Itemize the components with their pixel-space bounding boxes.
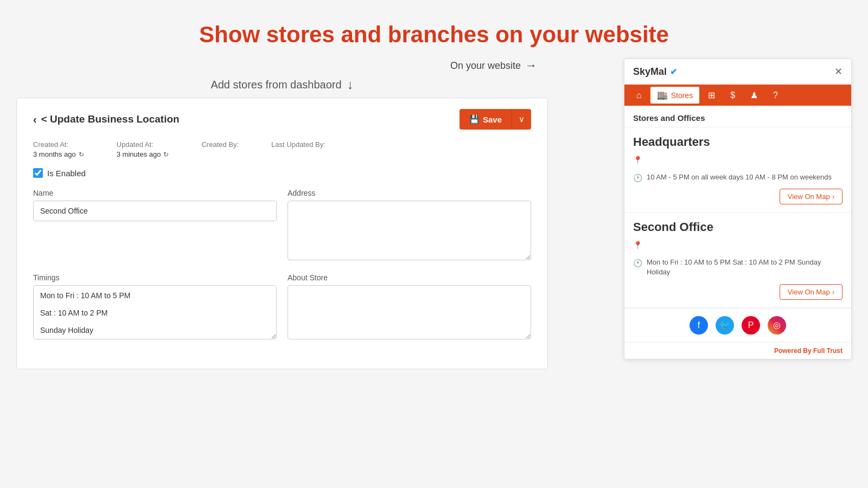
created-by-label: Created By: bbox=[201, 140, 239, 149]
created-at-value: 3 months ago bbox=[33, 150, 76, 158]
grid-icon: ⊞ bbox=[708, 90, 715, 100]
address-field-group: Address bbox=[288, 189, 531, 262]
last-updated-field: Last Updated By: bbox=[271, 140, 326, 158]
created-by-field: Created By: bbox=[201, 140, 239, 158]
stores-icon: 🏬 bbox=[657, 90, 668, 100]
location-card-headquarters: Headquarters 📍 🕐 10 AM - 5 PM on all wee… bbox=[624, 127, 851, 213]
verified-icon: ✔ bbox=[670, 67, 677, 77]
is-enabled-checkbox[interactable] bbox=[33, 168, 43, 178]
created-at-refresh-icon[interactable]: ↻ bbox=[79, 151, 84, 158]
so-name: Second Office bbox=[633, 220, 843, 234]
so-clock-icon: 🕐 bbox=[633, 259, 642, 267]
name-field-group: Name bbox=[33, 189, 277, 262]
on-website-label: On your website bbox=[450, 60, 521, 72]
save-dropdown-button[interactable]: ∨ bbox=[512, 109, 531, 130]
main-layout: On your website → Add stores from dashba… bbox=[0, 59, 868, 369]
arrow-right-icon: → bbox=[525, 59, 537, 73]
hq-name: Headquarters bbox=[633, 135, 843, 149]
powered-by-text: Powered By bbox=[774, 347, 812, 355]
powered-by: Powered By Full Trust bbox=[624, 342, 851, 359]
social-row: f 🐦 P ◎ bbox=[624, 308, 851, 342]
hq-hours-detail: 🕐 10 AM - 5 PM on all week days 10 AM - … bbox=[633, 172, 843, 182]
hq-map-arrow-icon: › bbox=[832, 192, 834, 201]
timings-label: Timings bbox=[33, 273, 277, 282]
chevron-down-icon: ∨ bbox=[519, 114, 525, 124]
name-input[interactable] bbox=[33, 201, 277, 221]
help-icon: ? bbox=[773, 91, 778, 100]
is-enabled-label: Is Enabled bbox=[47, 169, 86, 178]
created-at-label: Created At: bbox=[33, 140, 84, 149]
save-label: Save bbox=[483, 115, 502, 124]
save-btn-group: 💾 Save ∨ bbox=[459, 109, 531, 130]
back-arrow-icon: ‹ bbox=[33, 113, 37, 126]
down-arrow-icon: ↓ bbox=[347, 77, 354, 92]
updated-at-label: Updated At: bbox=[117, 140, 169, 149]
add-stores-text: Add stores from dashbaord bbox=[210, 79, 341, 91]
so-hours-detail: 🕐 Mon to Fri : 10 AM to 5 PM Sat : 10 AM… bbox=[633, 258, 843, 277]
site-title: SkyMal ✔ bbox=[633, 66, 677, 78]
hq-view-map-button[interactable]: View On Map › bbox=[780, 189, 843, 204]
pinterest-icon[interactable]: P bbox=[742, 316, 760, 335]
about-store-field-group: About Store bbox=[288, 273, 531, 342]
dashboard-label: Add stores from dashbaord ↓ bbox=[16, 77, 548, 92]
nav-home[interactable]: ⌂ bbox=[629, 85, 649, 106]
website-preview: SkyMal ✔ ✕ ⌂ 🏬 Stores ⊞ bbox=[624, 59, 852, 359]
nav-grid[interactable]: ⊞ bbox=[700, 85, 723, 106]
back-link[interactable]: ‹ < Update Business Location bbox=[33, 113, 180, 126]
page-title: Show stores and branches on your website bbox=[0, 0, 868, 59]
name-label: Name bbox=[33, 189, 277, 197]
nav-stores[interactable]: 🏬 Stores bbox=[650, 87, 699, 104]
timings-field-group: Timings Mon to Fri : 10 AM to 5 PM Sat :… bbox=[33, 273, 277, 342]
left-panel: On your website → Add stores from dashba… bbox=[16, 59, 548, 369]
hq-pin-icon: 📍 bbox=[633, 156, 642, 164]
address-textarea[interactable] bbox=[288, 201, 531, 260]
site-name: SkyMal bbox=[633, 66, 667, 78]
facebook-icon[interactable]: f bbox=[690, 316, 708, 335]
nav-dollar[interactable]: $ bbox=[723, 85, 743, 106]
back-link-text: < Update Business Location bbox=[41, 113, 180, 125]
created-at-field: Created At: 3 months ago ↻ bbox=[33, 140, 84, 158]
updated-at-refresh-icon[interactable]: ↻ bbox=[163, 151, 169, 158]
nav-help[interactable]: ? bbox=[765, 85, 786, 106]
site-nav: ⌂ 🏬 Stores ⊞ $ ♟ bbox=[624, 85, 851, 106]
page-wrapper: Show stores and branches on your website… bbox=[0, 0, 868, 488]
form-header: ‹ < Update Business Location 💾 Save ∨ bbox=[33, 109, 531, 130]
nav-stores-label: Stores bbox=[671, 91, 693, 100]
user-icon: ♟ bbox=[750, 90, 758, 100]
timings-about-grid: Timings Mon to Fri : 10 AM to 5 PM Sat :… bbox=[33, 273, 531, 342]
dollar-icon: $ bbox=[730, 91, 735, 100]
form-panel: ‹ < Update Business Location 💾 Save ∨ bbox=[16, 98, 548, 369]
powered-brand: Full Trust bbox=[813, 347, 843, 355]
home-icon: ⌂ bbox=[636, 91, 642, 100]
save-button[interactable]: 💾 Save bbox=[459, 109, 512, 130]
so-view-map-button[interactable]: View On Map › bbox=[780, 284, 843, 300]
last-updated-label: Last Updated By: bbox=[271, 140, 326, 149]
instagram-icon[interactable]: ◎ bbox=[768, 316, 786, 335]
meta-row: Created At: 3 months ago ↻ Updated At: 3… bbox=[33, 140, 531, 158]
so-hours-text: Mon to Fri : 10 AM to 5 PM Sat : 10 AM t… bbox=[647, 258, 843, 277]
hq-clock-icon: 🕐 bbox=[633, 174, 642, 182]
nav-user[interactable]: ♟ bbox=[743, 85, 765, 106]
twitter-icon[interactable]: 🐦 bbox=[716, 316, 734, 335]
section-heading: Stores and Offices bbox=[624, 106, 851, 127]
right-panel: SkyMal ✔ ✕ ⌂ 🏬 Stores ⊞ bbox=[624, 59, 852, 359]
name-address-grid: Name Address bbox=[33, 189, 531, 262]
timings-textarea[interactable]: Mon to Fri : 10 AM to 5 PM Sat : 10 AM t… bbox=[33, 285, 277, 339]
hq-address-detail: 📍 bbox=[633, 155, 843, 168]
about-store-textarea[interactable] bbox=[288, 285, 531, 339]
updated-at-value: 3 minutes ago bbox=[117, 150, 161, 158]
website-header: SkyMal ✔ ✕ bbox=[624, 59, 851, 85]
updated-at-field: Updated At: 3 minutes ago ↻ bbox=[117, 140, 169, 158]
so-address-detail: 📍 bbox=[633, 240, 843, 253]
so-map-arrow-icon: › bbox=[832, 288, 834, 296]
hq-hours-text: 10 AM - 5 PM on all week days 10 AM - 8 … bbox=[647, 172, 832, 182]
is-enabled-row: Is Enabled bbox=[33, 168, 531, 178]
location-card-second-office: Second Office 📍 🕐 Mon to Fri : 10 AM to … bbox=[624, 213, 851, 307]
hq-view-map-label: View On Map bbox=[788, 192, 830, 201]
so-pin-icon: 📍 bbox=[633, 241, 642, 249]
on-website-row: On your website → bbox=[16, 59, 548, 73]
so-view-map: View On Map › bbox=[633, 284, 843, 300]
close-icon[interactable]: ✕ bbox=[834, 66, 843, 78]
about-store-label: About Store bbox=[288, 273, 531, 282]
save-icon: 💾 bbox=[469, 114, 480, 124]
